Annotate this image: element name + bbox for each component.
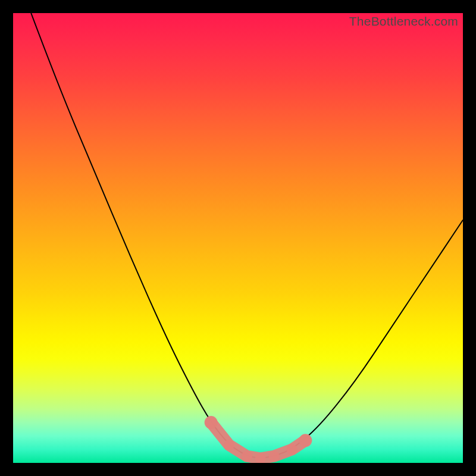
watermark-text: TheBottleneck.com bbox=[349, 14, 458, 29]
bottleneck-marker-dot bbox=[287, 444, 298, 455]
bottleneck-marker-dot bbox=[205, 416, 218, 429]
chart-frame: TheBottleneck.com bbox=[0, 0, 476, 476]
bottleneck-curve-line bbox=[31, 13, 463, 458]
bottleneck-marker-dot bbox=[299, 434, 312, 447]
bottleneck-marker-dot bbox=[269, 451, 280, 462]
bottleneck-markers-group bbox=[205, 416, 312, 463]
curve-group bbox=[31, 13, 463, 458]
chart-svg bbox=[13, 13, 463, 463]
bottleneck-marker-dot bbox=[242, 451, 252, 462]
plot-area: TheBottleneck.com bbox=[13, 13, 463, 463]
bottleneck-marker-dot bbox=[224, 440, 234, 450]
